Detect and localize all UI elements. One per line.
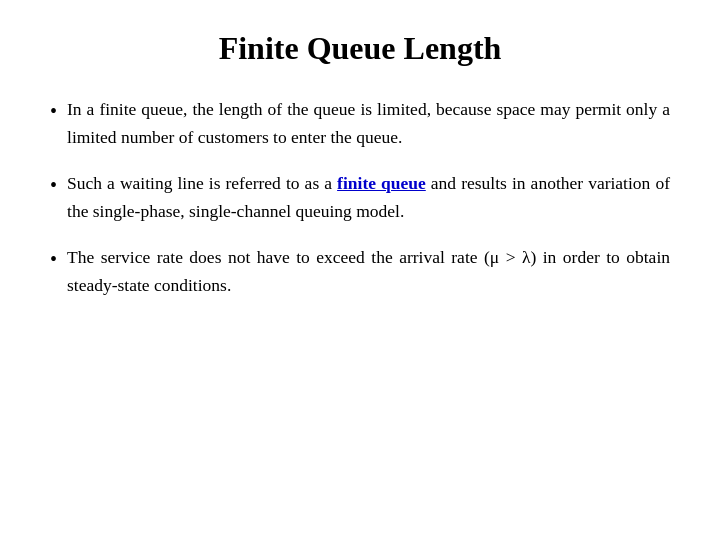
bullet-point: •: [50, 95, 57, 127]
bullet-text-3: The service rate does not have to exceed…: [67, 243, 670, 299]
page-title: Finite Queue Length: [50, 30, 670, 67]
text-before-link: Such a waiting line is referred to as a: [67, 173, 337, 193]
list-item: • The service rate does not have to exce…: [50, 243, 670, 299]
bullet-text-2: Such a waiting line is referred to as a …: [67, 169, 670, 225]
bullet-point: •: [50, 243, 57, 275]
content-area: • In a finite queue, the length of the q…: [50, 95, 670, 317]
finite-queue-link[interactable]: finite queue: [337, 173, 426, 193]
bullet-point: •: [50, 169, 57, 201]
list-item: • Such a waiting line is referred to as …: [50, 169, 670, 225]
list-item: • In a finite queue, the length of the q…: [50, 95, 670, 151]
bullet-text-1: In a finite queue, the length of the que…: [67, 95, 670, 151]
